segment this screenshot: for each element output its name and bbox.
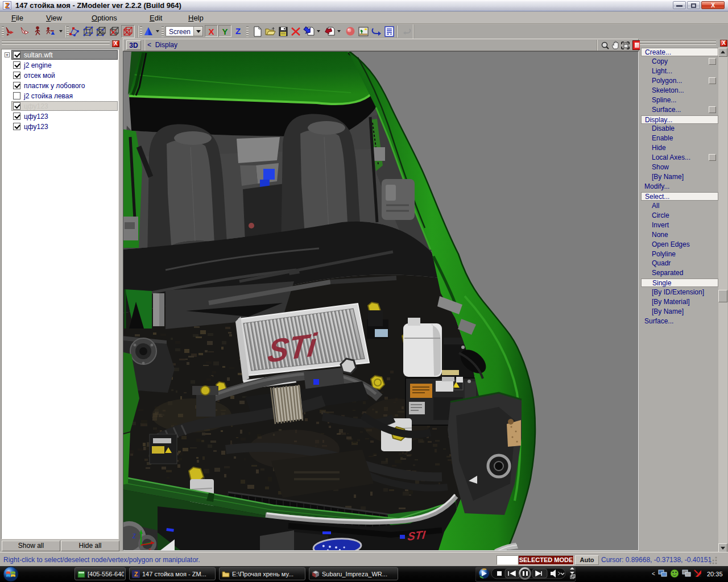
svg-text:x: x	[148, 547, 151, 550]
svg-text:Z: Z	[133, 533, 136, 539]
svg-text:STI: STI	[407, 529, 427, 543]
svg-text:STi: STi	[266, 326, 319, 369]
